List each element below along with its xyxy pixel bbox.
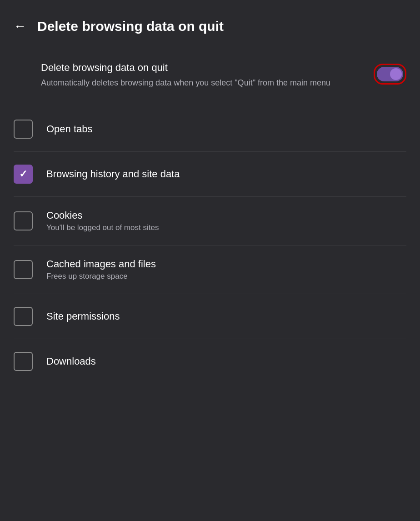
page-title: Delete browsing data on quit [37,18,224,35]
cached-images-description: Frees up storage space [46,272,406,281]
downloads-row: Downloads [14,339,406,384]
downloads-label: Downloads [46,356,406,367]
delete-on-quit-toggle[interactable] [377,67,403,81]
main-toggle-text: Delete browsing data on quit Automatical… [41,62,374,89]
toggle-highlight-border [374,64,406,85]
cookies-description: You'll be logged out of most sites [46,223,406,232]
cookies-label: Cookies [46,210,406,221]
downloads-checkbox[interactable] [14,352,33,371]
header: ← Delete browsing data on quit [0,0,420,48]
cookies-checkbox[interactable] [14,211,33,230]
browsing-history-checkbox[interactable]: ✓ [14,165,33,184]
cached-images-label: Cached images and files [46,258,406,270]
toggle-knob [390,68,402,80]
site-permissions-label: Site permissions [46,311,406,322]
cached-images-row: Cached images and files Frees up storage… [14,245,406,294]
content: Delete browsing data on quit Automatical… [0,48,420,397]
cached-images-checkbox[interactable] [14,260,33,279]
back-button[interactable]: ← [14,19,26,34]
open-tabs-checkbox[interactable] [14,120,33,139]
site-permissions-row: Site permissions [14,294,406,339]
main-toggle-description: Automatically deletes browsing data when… [41,77,365,89]
open-tabs-row: Open tabs [14,107,406,151]
browsing-history-row: ✓ Browsing history and site data [14,151,406,196]
cookies-row: Cookies You'll be logged out of most sit… [14,196,406,245]
checkbox-list: Open tabs ✓ Browsing history and site da… [14,107,406,384]
main-toggle-title: Delete browsing data on quit [41,62,365,74]
browsing-history-label: Browsing history and site data [46,168,406,180]
main-toggle-row: Delete browsing data on quit Automatical… [14,53,406,102]
open-tabs-label: Open tabs [46,123,406,135]
site-permissions-checkbox[interactable] [14,307,33,326]
checkmark-icon: ✓ [19,169,27,179]
